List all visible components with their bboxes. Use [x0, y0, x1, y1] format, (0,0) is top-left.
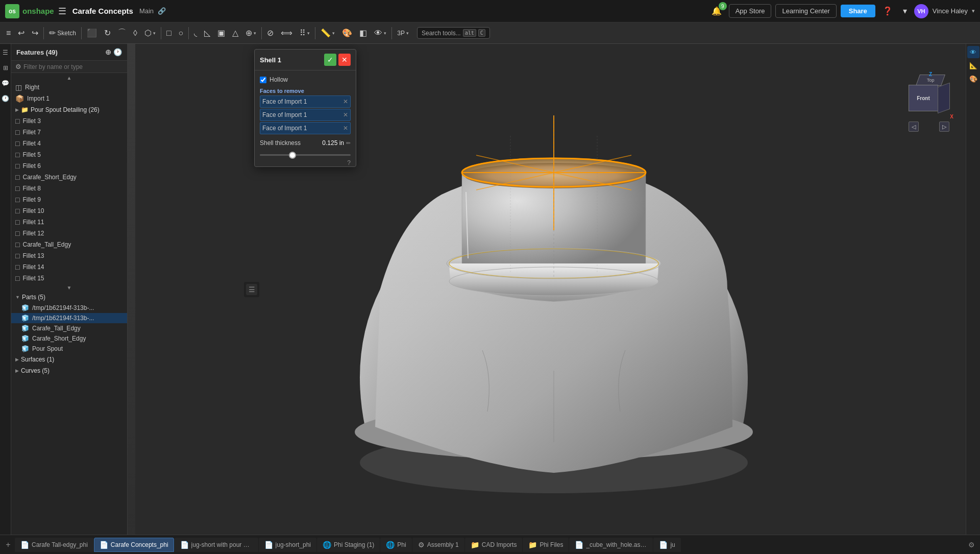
search-tools[interactable]: Search tools... alt C	[417, 27, 490, 39]
feature-list-button[interactable]: ≡	[3, 27, 14, 40]
rp-view-btn[interactable]: 👁	[967, 46, 979, 58]
dialog-ok-button[interactable]: ✓	[324, 54, 336, 66]
feature-item-fillet5[interactable]: □ Fillet 5	[11, 149, 127, 160]
feature-group-pour-spout[interactable]: ▶ 📁 Pour Spout Detailing (26)	[11, 104, 127, 115]
feature-item-fillet13[interactable]: □ Fillet 13	[11, 250, 127, 261]
fillet-button[interactable]: ◟	[191, 26, 200, 40]
tab-cad-imports[interactable]: 📁 CAD Imports	[465, 538, 523, 552]
pattern-button[interactable]: ⠿ ▾	[297, 26, 313, 40]
user-menu-chevron[interactable]: ▾	[972, 8, 975, 14]
dialog-cancel-button[interactable]: ✕	[338, 54, 351, 66]
surfaces-section-header[interactable]: ▶ Surfaces (1)	[11, 354, 127, 365]
feature-item-fillet6[interactable]: □ Fillet 6	[11, 160, 127, 172]
face-remove-icon[interactable]: ✕	[343, 98, 348, 105]
undo-button[interactable]: ↩	[15, 26, 28, 40]
tab-carafe-concepts[interactable]: 📄 Carafe Concepts_phi	[94, 538, 174, 552]
draft-button[interactable]: △	[229, 26, 241, 40]
tab-phi[interactable]: 🌐 Phi	[380, 538, 411, 552]
appearance-button[interactable]: 🎨	[339, 26, 355, 40]
feature-item-fillet7[interactable]: □ Fillet 7	[11, 127, 127, 138]
sidebar-add-icon[interactable]: ⊕	[105, 48, 111, 56]
parts-icon[interactable]: ⊞	[0, 62, 11, 74]
feature-item-fillet3[interactable]: □ Fillet 3	[11, 115, 127, 127]
boolean-button[interactable]: ⊘	[264, 26, 277, 40]
comments-icon[interactable]: 💬	[0, 78, 11, 89]
part-item-3[interactable]: 🧊 Carafe_Tall_Edgy	[11, 323, 127, 333]
tab-phi-staging[interactable]: 🌐 Phi Staging (1)	[317, 538, 380, 552]
sweep-button[interactable]: ⌒	[115, 26, 129, 40]
feature-item-fillet11[interactable]: □ Fillet 11	[11, 216, 127, 228]
tab-jug-short[interactable]: 📄 jug-short_phi	[259, 538, 316, 552]
viewport[interactable]: Shell 1 ✓ ✕ Hollow Faces to remove Face …	[128, 44, 980, 535]
feature-item-fillet15[interactable]: □ Fillet 15	[11, 273, 127, 284]
extrude-button[interactable]: ⬛	[84, 26, 100, 40]
part-item-5[interactable]: 🧊 Pour Spout	[11, 344, 127, 354]
cube-nav-right[interactable]: ▷	[939, 122, 949, 132]
tab-phi-files[interactable]: 📁 Phi Files	[523, 538, 569, 552]
view-options-button[interactable]: 👁 ▾	[371, 27, 389, 40]
tab-ju[interactable]: 📄 ju	[653, 538, 680, 552]
more-ops-button[interactable]: ⊕ ▾	[242, 26, 259, 40]
feature-item-fillet4[interactable]: □ Fillet 4	[11, 138, 127, 149]
feature-item-fillet9[interactable]: □ Fillet 9	[11, 194, 127, 205]
parts-section-header[interactable]: ▼ Parts (5)	[11, 292, 127, 303]
shell-button[interactable]: ▣	[214, 26, 228, 40]
hollow-checkbox[interactable]	[260, 77, 266, 83]
filter-input[interactable]	[23, 63, 123, 70]
face-item-3[interactable]: Face of Import 1 ✕	[260, 122, 351, 134]
feature-tree-icon[interactable]: ☰	[0, 47, 11, 58]
rp-render-btn[interactable]: 🎨	[967, 73, 979, 85]
hollow-toggle[interactable]: Hollow	[260, 75, 351, 85]
more-features-button[interactable]: ⬡ ▾	[141, 26, 159, 40]
cube-nav-left[interactable]: ◁	[909, 122, 919, 132]
face-remove-icon[interactable]: ✕	[343, 125, 348, 132]
loft-button[interactable]: ◊	[130, 27, 140, 40]
feature-item-right[interactable]: ◫ Right	[11, 82, 127, 93]
cube-front-face[interactable]: Front	[909, 85, 938, 111]
part-item-2[interactable]: 🧊 /tmp/1b62194f-313b-...	[11, 313, 127, 323]
render-mode-button[interactable]: 3P ▾	[394, 28, 412, 39]
tab-settings-button[interactable]: ⚙	[965, 538, 978, 551]
feature-item-fillet14[interactable]: □ Fillet 14	[11, 261, 127, 273]
sphere-button[interactable]: ○	[176, 27, 187, 40]
notifications[interactable]: 🔔 9	[708, 4, 725, 18]
mirror-button[interactable]: ⟺	[278, 26, 296, 40]
redo-button[interactable]: ↪	[29, 26, 41, 40]
tab-jug-short-spout[interactable]: 📄 jug-short with pour spo...	[175, 538, 258, 552]
box-button[interactable]: □	[163, 27, 175, 40]
revolve-button[interactable]: ↻	[101, 26, 114, 40]
history-icon[interactable]: 🕐	[0, 93, 11, 104]
feature-item-fillet10[interactable]: □ Fillet 10	[11, 205, 127, 216]
view-cube[interactable]: Top Front X Z ◁ ▷	[909, 75, 949, 115]
share-button[interactable]: Share	[841, 5, 875, 17]
tab-carafe-tall[interactable]: 📄 Carafe Tall-edgy_phi	[15, 538, 93, 552]
rp-measure-btn[interactable]: 📐	[967, 59, 979, 71]
thickness-slider[interactable]	[260, 154, 351, 156]
measure-button[interactable]: 📏 ▾	[317, 26, 338, 40]
scroll-indicator[interactable]: ▼	[11, 284, 127, 292]
cube-right-face[interactable]	[938, 83, 950, 114]
scroll-up[interactable]: ▲	[11, 74, 127, 82]
help-icon[interactable]: ❓	[879, 4, 896, 18]
tab-add-button[interactable]: +	[2, 539, 14, 551]
feature-item-import1[interactable]: 📦 Import 1	[11, 93, 127, 104]
face-item-2[interactable]: Face of Import 1 ✕	[260, 109, 351, 121]
section-view-button[interactable]: ◧	[356, 26, 370, 40]
feature-item-carafe-short[interactable]: □ Carafe_Short_Edgy	[11, 172, 127, 183]
link-icon[interactable]: 🔗	[158, 7, 166, 15]
tab-assembly[interactable]: ⚙ Assembly 1	[412, 538, 464, 552]
part-item-4[interactable]: 🧊 Carafe_Short_Edgy	[11, 333, 127, 344]
curves-section-header[interactable]: ▶ Curves (5)	[11, 365, 127, 376]
app-store-button[interactable]: App Store	[729, 4, 772, 18]
learning-center-button[interactable]: Learning Center	[775, 4, 836, 18]
feature-item-fillet8[interactable]: □ Fillet 8	[11, 183, 127, 194]
face-remove-icon[interactable]: ✕	[343, 111, 348, 118]
sketch-button[interactable]: ✏ Sketch	[46, 26, 79, 40]
help-icon[interactable]: ?	[347, 159, 351, 166]
tab-cube-hole[interactable]: 📄 _cube_with_hole.as.phi	[569, 538, 653, 552]
hamburger-icon[interactable]: ☰	[58, 6, 66, 17]
feature-item-carafe-tall[interactable]: □ Carafe_Tall_Edgy	[11, 239, 127, 250]
face-item-1[interactable]: Face of Import 1 ✕	[260, 95, 351, 108]
feature-item-fillet12[interactable]: □ Fillet 12	[11, 228, 127, 239]
part-item-1[interactable]: 🧊 /tmp/1b62194f-313b-...	[11, 303, 127, 313]
